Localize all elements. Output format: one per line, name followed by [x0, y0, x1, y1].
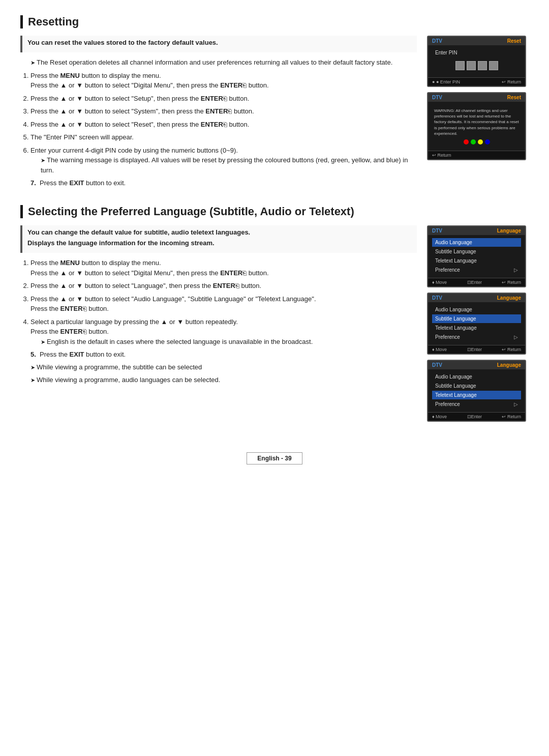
selecting-intro-bold1: You can change the default value for sub… — [27, 228, 412, 236]
lang-screen1-header: DTV Language — [428, 226, 525, 235]
resetting-step-2: Press the ▲ or ▼ button to select "Setup… — [30, 94, 417, 104]
selecting-step4-sub-1: English is the default in cases where th… — [41, 337, 417, 347]
reset-screen1-title: Reset — [507, 38, 521, 44]
resetting-arrow-item-1: The Reset operation deletes all channel … — [30, 57, 417, 68]
lang-screen1-title: Language — [497, 228, 521, 234]
reset-screen1-dtv: DTV — [432, 38, 442, 44]
resetting-left: You can reset the values stored to the f… — [20, 36, 417, 190]
resetting-step-6: Enter your current 4-digit PIN code by u… — [30, 146, 417, 176]
reset-color-buttons — [432, 139, 521, 144]
lang-s3-return: ↩ Return — [502, 414, 521, 419]
resetting-step-7: 7. Press the EXIT button to exit. — [30, 179, 417, 187]
reset-screen2-title: Reset — [507, 95, 521, 100]
pin-box-2 — [467, 61, 476, 70]
reset-screen2-body: WARNING: All channel settings and user p… — [428, 102, 525, 151]
pin-box-4 — [489, 61, 498, 70]
resetting-step-5: The "Enter PIN" screen will appear. — [30, 132, 417, 142]
red-btn — [464, 139, 469, 144]
lang-s3-preference: Preference ▷ — [432, 400, 521, 409]
reset-screen1-body: Enter PIN — [428, 45, 525, 77]
reset-screen1-footer-right: ↩ Return — [502, 79, 521, 84]
selecting-intro-bold2: Displays the language information for th… — [27, 239, 412, 247]
page-footer: English - 39 — [247, 452, 302, 464]
resetting-section: Resetting You can reset the values store… — [20, 15, 529, 190]
resetting-step-3: Press the ▲ or ▼ button to select "Syste… — [30, 106, 417, 117]
selecting-title: Selecting the Preferred Language (Subtit… — [20, 205, 529, 218]
reset-screen1-header: DTV Reset — [428, 37, 525, 45]
selecting-left: You can change the default value for sub… — [20, 225, 417, 422]
lang-s1-enter: ⊡Enter — [467, 280, 482, 285]
resetting-title: Resetting — [20, 15, 529, 28]
selecting-step-4: Select a particular language by pressing… — [30, 317, 417, 347]
lang-screen-1: DTV Language Audio Language Subtitle Lan… — [427, 225, 526, 287]
selecting-note-2: While viewing a programme, audio languag… — [30, 375, 417, 385]
selecting-screens: DTV Language Audio Language Subtitle Lan… — [427, 225, 529, 422]
lang-s1-audio: Audio Language — [432, 238, 521, 247]
lang-screen3-footer: ♦ Move ⊡Enter ↩ Return — [428, 412, 525, 421]
selecting-step4-sub: English is the default in cases where th… — [41, 337, 417, 347]
resetting-steps-list: Press the MENU button to display the men… — [30, 71, 417, 176]
lang-s2-return: ↩ Return — [502, 347, 521, 352]
lang-s3-teletext: Teletext Language — [432, 391, 521, 399]
lang-s3-audio: Audio Language — [432, 372, 521, 381]
lang-s3-enter: ⊡Enter — [467, 414, 482, 419]
pin-box-1 — [455, 61, 465, 70]
lang-s2-preference: Preference ▷ — [432, 333, 521, 341]
lang-screen-3: DTV Language Audio Language Subtitle Lan… — [427, 360, 526, 422]
lang-screen2-body: Audio Language Subtitle Language Teletex… — [428, 302, 525, 345]
reset-screen2-dtv: DTV — [432, 95, 442, 100]
lang-s2-subtitle: Subtitle Language — [432, 314, 521, 323]
resetting-step-4: Press the ▲ or ▼ button to select "Reset… — [30, 120, 417, 130]
reset-screen2-footer: ↩ Return — [428, 151, 525, 159]
lang-screen1-dtv: DTV — [432, 228, 442, 234]
reset-screen1-footer: ● ● Enter PIN ↩ Return — [428, 77, 525, 86]
reset-screen1-enter-pin: Enter PIN — [432, 48, 521, 57]
selecting-step-5: 5. Press the EXIT button to exit. — [30, 351, 417, 358]
lang-s1-subtitle: Subtitle Language — [432, 247, 521, 256]
selecting-step-1: Press the MENU button to display the men… — [30, 258, 417, 278]
selecting-intro-box: You can change the default value for sub… — [20, 225, 417, 253]
selecting-section: Selecting the Preferred Language (Subtit… — [20, 205, 529, 422]
reset-screen-2: DTV Reset WARNING: All channel settings … — [427, 92, 526, 160]
lang-screen3-title: Language — [497, 362, 521, 368]
reset-screen2-header: DTV Reset — [428, 93, 525, 102]
resetting-intro-box: You can reset the values stored to the f… — [20, 36, 417, 52]
selecting-row: You can change the default value for sub… — [20, 225, 529, 422]
resetting-row: You can reset the values stored to the f… — [20, 36, 529, 190]
lang-s3-subtitle: Subtitle Language — [432, 382, 521, 390]
lang-screen-2: DTV Language Audio Language Subtitle Lan… — [427, 293, 526, 355]
selecting-steps-list: Press the MENU button to display the men… — [30, 258, 417, 346]
lang-screen3-body: Audio Language Subtitle Language Teletex… — [428, 369, 525, 412]
lang-screen2-title: Language — [497, 295, 521, 301]
lang-screen3-header: DTV Language — [428, 361, 525, 369]
lang-s3-move: ♦ Move — [432, 414, 447, 419]
lang-s1-move: ♦ Move — [432, 280, 447, 285]
lang-screen3-dtv: DTV — [432, 362, 442, 368]
resetting-arrow-list: The Reset operation deletes all channel … — [30, 57, 417, 68]
lang-screen2-header: DTV Language — [428, 294, 525, 302]
resetting-step6-sub: The warning message is displayed. All va… — [41, 155, 417, 175]
reset-screen-1: DTV Reset Enter PIN ● ● Enter PIN — [427, 36, 526, 87]
blue-btn — [485, 139, 490, 144]
resetting-intro-bold: You can reset the values stored to the f… — [27, 39, 412, 46]
reset-screen2-warning: WARNING: All channel settings and user p… — [434, 108, 519, 136]
yellow-btn — [478, 139, 483, 144]
page-footer-wrapper: English - 39 — [20, 437, 529, 464]
lang-s2-teletext: Teletext Language — [432, 324, 521, 332]
selecting-step-3: Press the ▲ or ▼ button to select "Audio… — [30, 294, 417, 314]
resetting-step6-sub-1: The warning message is displayed. All va… — [41, 155, 417, 175]
green-btn — [471, 139, 476, 144]
selecting-arrow-notes: While viewing a programme, the subtitle … — [30, 362, 417, 385]
lang-s1-preference: Preference ▷ — [432, 266, 521, 274]
reset-screen1-footer-left: ● ● Enter PIN — [432, 79, 460, 84]
lang-screen2-dtv: DTV — [432, 295, 442, 301]
lang-s2-enter: ⊡Enter — [467, 347, 482, 352]
resetting-screens: DTV Reset Enter PIN ● ● Enter PIN — [427, 36, 529, 190]
lang-screen2-footer: ♦ Move ⊡Enter ↩ Return — [428, 345, 525, 354]
resetting-step-1: Press the MENU button to display the men… — [30, 71, 417, 91]
selecting-step-2: Press the ▲ or ▼ button to select "Langu… — [30, 281, 417, 291]
lang-s2-move: ♦ Move — [432, 347, 447, 352]
lang-s2-audio: Audio Language — [432, 305, 521, 314]
pin-boxes — [432, 61, 521, 70]
selecting-note-1: While viewing a programme, the subtitle … — [30, 362, 417, 372]
